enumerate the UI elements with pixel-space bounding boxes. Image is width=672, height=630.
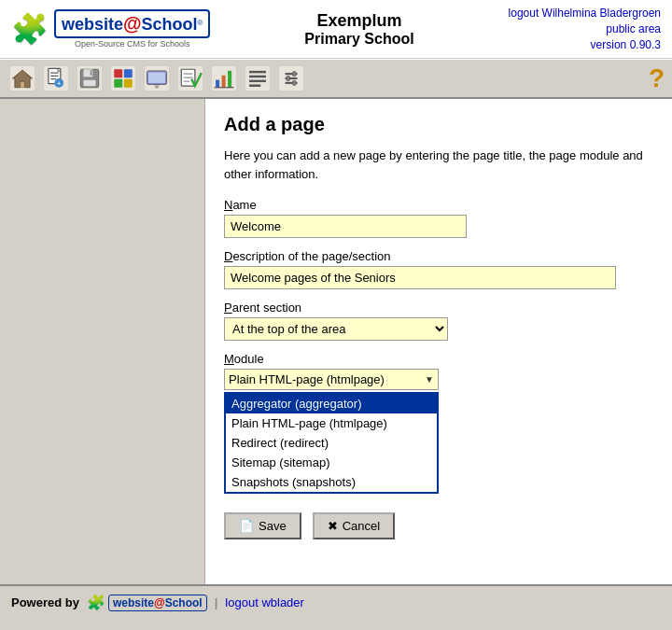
svg-rect-14 bbox=[84, 80, 96, 87]
svg-rect-7 bbox=[50, 78, 56, 79]
preview-icon[interactable] bbox=[142, 63, 172, 93]
logo-area: 🧩 website@School® Open-Source CMS for Sc… bbox=[11, 9, 210, 49]
settings-icon[interactable] bbox=[276, 63, 306, 93]
svg-rect-34 bbox=[228, 71, 231, 88]
app-name: Exemplum bbox=[210, 11, 508, 31]
svg-rect-38 bbox=[249, 76, 266, 77]
svg-rect-47 bbox=[293, 81, 296, 86]
svg-rect-5 bbox=[50, 73, 58, 74]
header-title: Exemplum Primary School bbox=[210, 11, 508, 48]
main-wrapper: Add a page Here you can add a new page b… bbox=[0, 99, 672, 584]
list-icon[interactable] bbox=[243, 63, 273, 93]
save-icon[interactable] bbox=[75, 63, 105, 93]
page-description: Here you can add a new page by entering … bbox=[224, 147, 653, 183]
logo-text: website@School® bbox=[54, 9, 210, 38]
svg-rect-37 bbox=[249, 71, 266, 73]
svg-rect-29 bbox=[184, 77, 193, 79]
home-icon[interactable] bbox=[7, 63, 37, 93]
toolbar-icons: + bbox=[7, 63, 306, 93]
desc-input[interactable] bbox=[224, 266, 616, 289]
form-buttons: 📄 Save ✖ Cancel bbox=[224, 512, 653, 539]
module-option-redirect[interactable]: Redirect (redirect) bbox=[226, 433, 437, 453]
module-label: Module bbox=[224, 352, 653, 366]
logo-subtitle: Open-Source CMS for Schools bbox=[54, 39, 210, 49]
cancel-button[interactable]: ✖ Cancel bbox=[313, 512, 395, 539]
footer: Powered by 🧩 website@School | logout wbl… bbox=[0, 584, 672, 619]
module-option-sitemap[interactable]: Sitemap (sitemap) bbox=[226, 453, 437, 472]
module-dropdown-list: Aggregator (aggregator) Plain HTML-page … bbox=[224, 392, 439, 494]
save-button-label: Save bbox=[259, 519, 287, 533]
content-area: Add a page Here you can add a new page b… bbox=[205, 99, 672, 584]
name-label: Name bbox=[224, 198, 653, 212]
logo-puzzle-icon: 🧩 bbox=[11, 11, 49, 47]
user-area: public area bbox=[509, 21, 661, 37]
svg-rect-2 bbox=[21, 82, 25, 89]
svg-rect-40 bbox=[249, 85, 260, 87]
desc-label-underline: D bbox=[224, 249, 232, 263]
logo-website-text: website bbox=[62, 15, 123, 34]
svg-rect-18 bbox=[124, 70, 133, 78]
svg-rect-39 bbox=[249, 80, 266, 82]
parent-label-underline: P bbox=[224, 301, 232, 315]
name-label-underline: N bbox=[224, 198, 232, 212]
desc-field-group: Description of the page/section bbox=[224, 249, 653, 289]
svg-rect-32 bbox=[216, 80, 219, 88]
svg-rect-28 bbox=[184, 74, 193, 76]
svg-rect-36 bbox=[245, 66, 270, 91]
svg-rect-19 bbox=[114, 79, 122, 88]
svg-rect-45 bbox=[293, 72, 296, 77]
page-title: Add a page bbox=[224, 114, 653, 135]
save-icon-symbol: 📄 bbox=[239, 519, 254, 533]
logo-at-symbol: @ bbox=[123, 13, 142, 34]
version-info: version 0.90.3 bbox=[509, 37, 661, 53]
svg-rect-33 bbox=[222, 76, 226, 88]
footer-logo-text: website@School bbox=[108, 595, 207, 611]
footer-separator: | bbox=[215, 595, 218, 609]
module-select-display[interactable]: Plain HTML-page (htmlpage) ▼ bbox=[224, 369, 439, 390]
puzzle-icon[interactable] bbox=[108, 63, 138, 93]
svg-rect-20 bbox=[124, 79, 133, 88]
svg-rect-25 bbox=[155, 86, 160, 88]
powered-by-text: Powered by bbox=[11, 595, 79, 609]
svg-rect-15 bbox=[91, 70, 92, 76]
cancel-icon-symbol: ✖ bbox=[328, 519, 338, 533]
desc-label: Description of the page/section bbox=[224, 249, 653, 263]
statistics-icon[interactable] bbox=[209, 63, 239, 93]
logo-registered-icon: ® bbox=[198, 19, 203, 27]
svg-rect-46 bbox=[287, 77, 289, 81]
module-option-htmlpage[interactable]: Plain HTML-page (htmlpage) bbox=[226, 413, 437, 433]
name-input[interactable] bbox=[224, 215, 467, 238]
svg-rect-30 bbox=[184, 81, 190, 83]
footer-logo: 🧩 website@School bbox=[87, 594, 207, 611]
module-label-underline: M bbox=[224, 352, 234, 366]
logo-school-text: School bbox=[142, 15, 198, 34]
help-icon[interactable]: ? bbox=[649, 63, 665, 93]
name-field-group: Name bbox=[224, 198, 653, 238]
svg-rect-23 bbox=[148, 73, 165, 83]
logo: 🧩 website@School® Open-Source CMS for Sc… bbox=[11, 9, 210, 49]
svg-text:+: + bbox=[57, 81, 61, 88]
page-icon[interactable]: + bbox=[41, 63, 71, 93]
check-icon[interactable] bbox=[175, 63, 205, 93]
footer-puzzle-icon: 🧩 bbox=[87, 594, 105, 611]
header: 🧩 website@School® Open-Source CMS for Sc… bbox=[0, 0, 672, 59]
parent-label: Parent section bbox=[224, 301, 653, 315]
module-option-snapshots[interactable]: Snapshots (snapshots) bbox=[226, 472, 437, 492]
svg-rect-17 bbox=[114, 70, 122, 78]
toolbar: + bbox=[0, 59, 672, 99]
module-selected-text: Plain HTML-page (htmlpage) bbox=[229, 372, 385, 386]
module-field-group: Module Plain HTML-page (htmlpage) ▼ Aggr… bbox=[224, 352, 653, 494]
save-button[interactable]: 📄 Save bbox=[224, 512, 301, 539]
cancel-button-label: Cancel bbox=[343, 519, 380, 533]
school-name: Primary School bbox=[210, 31, 508, 48]
module-dropdown-arrow-icon: ▼ bbox=[425, 374, 434, 385]
footer-logout-link[interactable]: logout wblader bbox=[225, 595, 304, 609]
module-option-aggregator[interactable]: Aggregator (aggregator) bbox=[226, 394, 437, 413]
user-logout-link[interactable]: logout Wilhelmina Bladergroen bbox=[509, 6, 661, 21]
sidebar bbox=[0, 99, 205, 584]
user-info[interactable]: logout Wilhelmina Bladergroen public are… bbox=[509, 6, 661, 52]
parent-select[interactable]: At the top of the area bbox=[224, 317, 448, 341]
parent-field-group: Parent section At the top of the area bbox=[224, 301, 653, 341]
svg-rect-6 bbox=[50, 76, 58, 77]
